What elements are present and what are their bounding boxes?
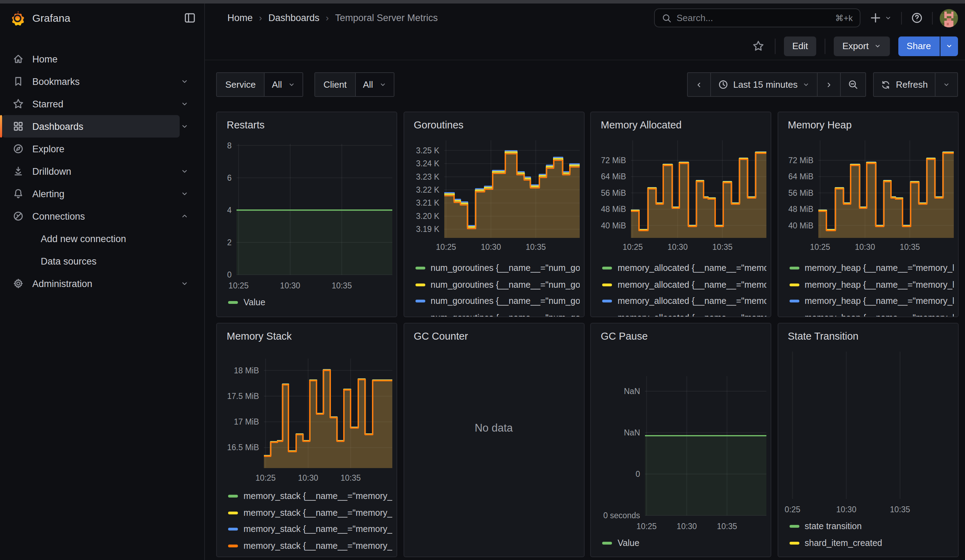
search-placeholder: Search...	[677, 13, 830, 23]
help-icon	[911, 12, 923, 24]
toolbar-divider	[775, 38, 775, 54]
sidebar-item-explore[interactable]: Explore	[0, 137, 204, 160]
svg-text:10:25: 10:25	[229, 281, 249, 290]
chevron-down-icon[interactable]	[180, 279, 189, 288]
panel-memory-allocated: Memory Allocated memory_allocated {__nam…	[590, 111, 771, 317]
svg-text:10:30: 10:30	[280, 281, 300, 290]
svg-text:48 MiB: 48 MiB	[788, 204, 813, 213]
bell-icon	[13, 188, 24, 199]
chart-canvas[interactable]: 0:2510:3010:35	[778, 323, 958, 557]
client-variable: Client All	[314, 72, 394, 97]
svg-text:3.20 K: 3.20 K	[416, 211, 439, 220]
refresh-interval-dropdown[interactable]	[935, 73, 957, 96]
grafana-logo[interactable]	[10, 10, 25, 26]
search-icon	[662, 13, 672, 23]
svg-text:72 MiB: 72 MiB	[601, 155, 626, 165]
svg-text:8: 8	[227, 141, 232, 150]
svg-text:17.5 MiB: 17.5 MiB	[227, 392, 259, 401]
svg-text:10:25: 10:25	[636, 522, 657, 531]
connections-icon	[13, 211, 24, 222]
svg-text:0:25: 0:25	[784, 505, 800, 514]
chart-canvas[interactable]: 0 seconds0NaNNaN10:2510:3010:35	[591, 323, 771, 557]
zoom-out-time-button[interactable]	[841, 73, 866, 96]
nav-brand-section: Grafana	[0, 3, 205, 32]
search-shortcut: ⌘+k	[835, 13, 853, 23]
svg-text:0: 0	[227, 270, 232, 279]
service-variable-select[interactable]: All	[264, 73, 303, 96]
panel-title[interactable]: GC Counter	[414, 331, 468, 342]
breadcrumb-current: Temporal Server Metrics	[335, 13, 438, 23]
svg-text:4: 4	[227, 205, 232, 214]
panel-gc-pause: GC Pause Value0 seconds0NaNNaN10:2510:30…	[590, 323, 771, 557]
chart-canvas[interactable]: 40 MiB48 MiB56 MiB64 MiB72 MiB10:2510:30…	[591, 112, 771, 317]
nav-actions: Search... ⌘+k	[654, 8, 965, 28]
chart-canvas[interactable]: 16.5 MiB17 MiB17.5 MiB18 MiB10:2510:3010…	[217, 323, 397, 557]
time-shift-back-button[interactable]	[687, 73, 710, 96]
breadcrumb: Home › Dashboards › Temporal Server Metr…	[227, 13, 438, 23]
panel-restarts: Restarts Value0246810:2510:3010:35	[216, 111, 397, 317]
chevron-down-icon	[942, 81, 950, 88]
svg-text:16.5 MiB: 16.5 MiB	[227, 443, 259, 452]
sidebar-item-data-sources[interactable]: Data sources	[0, 250, 204, 272]
svg-text:10:30: 10:30	[836, 505, 856, 514]
sidebar-item-dashboards[interactable]: Dashboards	[0, 115, 204, 137]
sidebar-item-starred[interactable]: Starred	[0, 93, 204, 115]
chevron-down-icon	[945, 42, 953, 50]
sidebar-item-administration[interactable]: Administration	[0, 272, 204, 295]
sidebar-item-drilldown[interactable]: Drilldown	[0, 160, 204, 183]
dock-sidebar-icon[interactable]	[184, 12, 196, 24]
chart-canvas[interactable]: 40 MiB48 MiB56 MiB64 MiB72 MiB10:2510:30…	[778, 112, 958, 317]
svg-text:10:35: 10:35	[717, 522, 737, 531]
time-range-picker[interactable]: Last 15 minutes	[710, 73, 817, 96]
service-variable-label: Service	[217, 73, 264, 96]
chart-canvas[interactable]: 3.19 K3.20 K3.21 K3.22 K3.23 K3.24 K3.25…	[404, 112, 584, 317]
edit-button[interactable]: Edit	[784, 36, 816, 56]
svg-text:10:35: 10:35	[712, 242, 733, 251]
panel-goroutines: Goroutines num_goroutines {__name__="num…	[403, 111, 584, 317]
svg-text:10:25: 10:25	[810, 242, 830, 251]
brand-name[interactable]: Grafana	[32, 12, 184, 24]
sidebar-item-connections[interactable]: Connections	[0, 205, 204, 227]
top-nav: Grafana Home › Dashboards › Temporal Ser…	[0, 3, 965, 33]
refresh-button[interactable]: Refresh	[874, 73, 935, 96]
search-input[interactable]: Search... ⌘+k	[654, 8, 860, 28]
time-shift-forward-button[interactable]	[817, 73, 841, 96]
svg-text:56 MiB: 56 MiB	[601, 188, 626, 197]
chevron-down-icon	[379, 81, 386, 88]
user-avatar[interactable]	[940, 9, 958, 27]
help-button[interactable]	[909, 9, 925, 27]
add-new-button[interactable]	[867, 9, 894, 27]
chevron-down-icon[interactable]	[180, 189, 189, 198]
chevron-up-icon[interactable]	[180, 212, 189, 220]
sidebar-item-alerting[interactable]: Alerting	[0, 183, 204, 205]
share-dropdown-button[interactable]	[940, 36, 958, 56]
chevron-down-icon[interactable]	[180, 100, 189, 108]
svg-text:3.19 K: 3.19 K	[416, 224, 439, 233]
svg-text:10:30: 10:30	[298, 473, 318, 482]
svg-text:3.25 K: 3.25 K	[416, 145, 439, 155]
favorite-star-button[interactable]	[750, 37, 766, 55]
chevron-down-icon[interactable]	[180, 122, 189, 131]
svg-text:NaN: NaN	[624, 387, 640, 396]
chart-canvas[interactable]: 0246810:2510:3010:35	[217, 112, 397, 317]
toolbar-divider	[824, 38, 825, 54]
share-button[interactable]: Share	[898, 36, 939, 56]
star-icon	[752, 40, 764, 52]
dashboard-toolbar: Edit Export Share	[205, 32, 965, 60]
client-variable-select[interactable]: All	[355, 73, 393, 96]
breadcrumb-dashboards[interactable]: Dashboards	[268, 13, 320, 23]
breadcrumb-home[interactable]: Home	[227, 13, 253, 23]
svg-text:10:25: 10:25	[435, 242, 456, 251]
dashboards-grid-icon	[13, 121, 24, 132]
export-button[interactable]: Export	[834, 36, 890, 56]
chevron-down-icon[interactable]	[180, 77, 189, 86]
svg-text:48 MiB: 48 MiB	[601, 204, 626, 213]
svg-text:17 MiB: 17 MiB	[234, 417, 259, 426]
refresh-group: Refresh	[873, 72, 958, 97]
svg-text:3.22 K: 3.22 K	[416, 185, 439, 194]
chevron-down-icon[interactable]	[180, 167, 189, 175]
sidebar-item-add-new-connection[interactable]: Add new connection	[0, 227, 204, 250]
svg-text:NaN: NaN	[624, 428, 640, 437]
sidebar-item-bookmarks[interactable]: Bookmarks	[0, 70, 204, 93]
sidebar-item-home[interactable]: Home	[0, 48, 204, 70]
